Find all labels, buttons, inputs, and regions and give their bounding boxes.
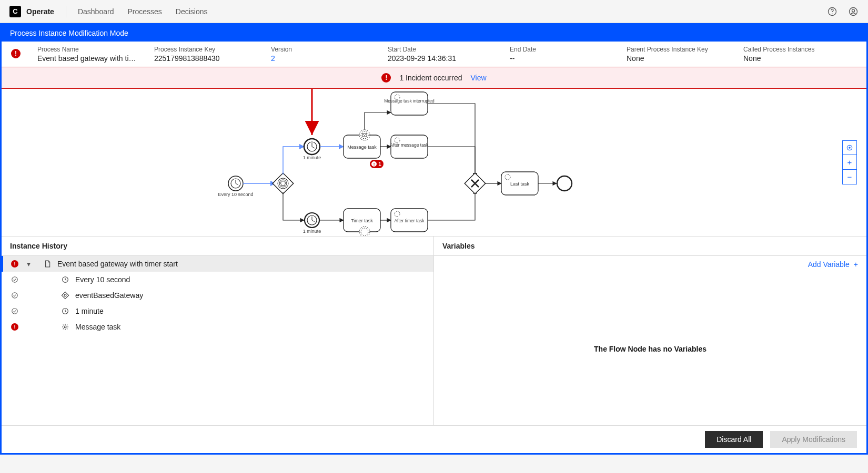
modification-banner: Process Instance Modification Mode <box>2 25 866 42</box>
history-row[interactable]: 1 minute <box>2 303 433 319</box>
user-icon[interactable] <box>848 6 859 17</box>
meta-label: Version <box>271 46 371 53</box>
variables-title: Variables <box>434 236 866 256</box>
meta-value: Event based gateway with timer ... <box>37 54 137 63</box>
svg-text:After timer task: After timer task <box>394 218 425 223</box>
svg-text:After message task: After message task <box>390 142 429 148</box>
plus-icon: + <box>854 260 858 269</box>
meta-process-name: Process Name Event based gateway with ti… <box>37 46 137 63</box>
help-icon[interactable] <box>827 6 837 17</box>
svg-point-3 <box>852 9 855 12</box>
bpmn-timer-bottom[interactable]: 1 minute <box>303 213 321 234</box>
variables-empty-text: The Flow Node has no Variables <box>434 273 866 425</box>
add-variable-button[interactable]: Add Variable + <box>434 256 866 273</box>
meta-label: Process Instance Key <box>154 46 254 53</box>
discard-all-button[interactable]: Discard All <box>705 431 763 448</box>
svg-point-26 <box>361 131 368 139</box>
svg-text:Timer task: Timer task <box>351 218 373 223</box>
meta-value-link[interactable]: 2 <box>271 54 371 63</box>
zoom-in-button[interactable]: + <box>842 155 857 170</box>
meta-process-instance-key: Process Instance Key 2251799813888430 <box>154 46 254 63</box>
gateway-icon <box>60 291 70 300</box>
meta-label: Parent Process Instance Key <box>627 46 726 53</box>
incident-text: 1 Incident occurred <box>399 74 462 82</box>
timer-icon <box>60 275 70 284</box>
svg-point-1 <box>832 13 832 14</box>
bpmn-after-message-task[interactable]: After message task <box>390 135 429 158</box>
history-row-label: Event based gateway with timer start <box>57 260 425 268</box>
bpmn-message-task-interrupted[interactable]: Message task interrupted <box>384 92 435 115</box>
bpmn-exclusive-gateway[interactable] <box>465 173 486 194</box>
bpmn-diagram[interactable]: Every 10 second 1 minute <box>2 89 866 236</box>
apply-modifications-button[interactable]: Apply Modifications <box>770 431 857 448</box>
nav-processes[interactable]: Processes <box>127 7 162 16</box>
incident-bar: ! 1 Incident occurred View <box>2 67 866 89</box>
history-row[interactable]: eventBasedGateway <box>2 287 433 303</box>
meta-value: None <box>743 54 857 63</box>
svg-text:!: ! <box>374 162 375 167</box>
meta-end-date: End Date -- <box>510 46 610 63</box>
nav-dashboard[interactable]: Dashboard <box>78 7 114 16</box>
bpmn-start-event[interactable]: Every 10 second <box>218 176 253 197</box>
history-row[interactable]: !Message task <box>2 319 433 335</box>
svg-rect-58 <box>62 292 68 299</box>
svg-rect-32 <box>391 92 428 115</box>
success-icon <box>10 292 19 299</box>
svg-point-54 <box>849 147 850 148</box>
svg-point-2 <box>850 7 857 15</box>
svg-point-42 <box>361 228 368 235</box>
main-nav: Dashboard Processes Decisions <box>78 7 208 16</box>
modification-footer: Discard All Apply Modifications <box>2 425 866 453</box>
bpmn-incident-badge: ! 1 <box>370 160 383 168</box>
history-row-label: Message task <box>75 323 425 331</box>
instance-history-panel: Instance History !▾Event based gateway w… <box>2 236 434 425</box>
bpmn-timer-bottom-label: 1 minute <box>303 229 321 234</box>
bpmn-after-timer-task[interactable]: After timer task <box>391 209 428 232</box>
svg-text:Message task: Message task <box>347 145 377 150</box>
bpmn-last-task[interactable]: Last task <box>501 172 538 195</box>
nav-decisions[interactable]: Decisions <box>176 7 208 16</box>
success-icon <box>10 307 19 315</box>
bpmn-timer-task[interactable]: Timer task <box>344 209 380 236</box>
bpmn-timer-top[interactable]: 1 minute <box>303 139 321 160</box>
svg-text:Message task interrupted: Message task interrupted <box>384 98 435 104</box>
modification-frame: Process Instance Modification Mode ! Pro… <box>0 23 868 455</box>
incident-icon: ! <box>11 49 21 58</box>
brand-logo: C <box>9 6 21 17</box>
history-row-label: Every 10 second <box>75 275 425 284</box>
timer-icon <box>60 307 70 315</box>
history-row[interactable]: !▾Event based gateway with timer start <box>2 256 433 272</box>
instance-meta: ! Process Name Event based gateway with … <box>2 42 866 67</box>
meta-label: End Date <box>510 46 610 53</box>
meta-label: Called Process Instances <box>743 46 857 53</box>
meta-label: Process Name <box>37 46 137 53</box>
zoom-reset-button[interactable] <box>842 140 857 155</box>
svg-rect-9 <box>272 173 294 194</box>
brand: C Operate <box>9 6 54 17</box>
meta-value: -- <box>510 54 610 63</box>
bpmn-message-task[interactable]: Message task ! 1 <box>344 130 383 168</box>
bpmn-svg: Every 10 second 1 minute <box>2 89 780 236</box>
meta-called-instances: Called Process Instances None <box>743 46 857 63</box>
bpmn-end-event[interactable] <box>557 176 572 191</box>
incident-view-link[interactable]: View <box>470 74 486 82</box>
svg-point-59 <box>64 294 66 296</box>
zoom-out-button[interactable]: − <box>842 170 857 184</box>
app-header: C Operate Dashboard Processes Decisions <box>0 0 868 23</box>
variables-panel: Variables Add Variable + The Flow Node h… <box>434 236 866 425</box>
svg-text:Last task: Last task <box>510 181 530 187</box>
gear-icon <box>60 323 70 331</box>
bpmn-event-gateway[interactable] <box>272 173 294 194</box>
svg-point-57 <box>12 293 18 299</box>
incident-icon: ! <box>381 73 391 83</box>
bpmn-start-label: Every 10 second <box>218 192 253 197</box>
lower-split: Instance History !▾Event based gateway w… <box>2 236 866 425</box>
expand-toggle[interactable]: ▾ <box>25 260 32 268</box>
instance-history-list: !▾Event based gateway with timer startEv… <box>2 256 433 425</box>
header-divider <box>66 6 66 17</box>
svg-point-62 <box>64 326 66 328</box>
svg-text:1: 1 <box>378 161 381 167</box>
history-row[interactable]: Every 10 second <box>2 272 433 287</box>
meta-start-date: Start Date 2023-09-29 14:36:31 <box>388 46 493 63</box>
meta-label: Start Date <box>388 46 493 53</box>
